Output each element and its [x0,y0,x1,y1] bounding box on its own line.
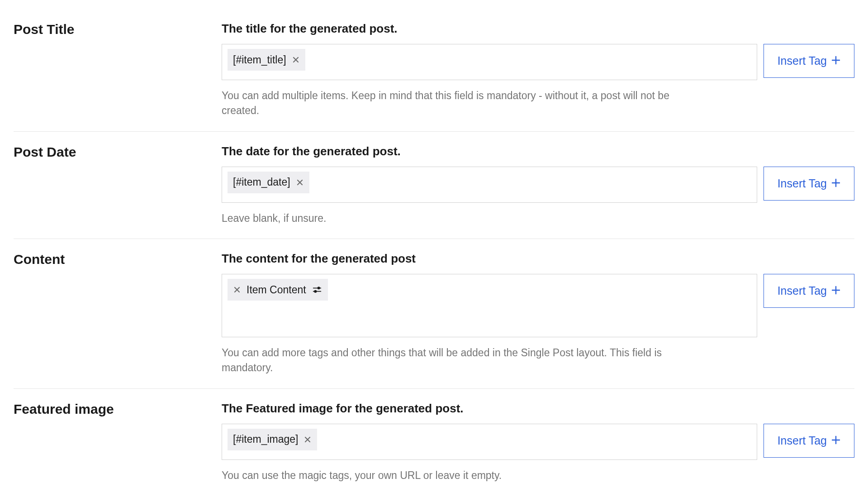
tag-chip-item-date[interactable]: [#item_date] [228,172,309,193]
insert-tag-label: Insert Tag [778,284,827,297]
form-container: Post Title The title for the generated p… [14,9,854,488]
insert-tag-label: Insert Tag [778,177,827,190]
help-text: You can use the magic tags, your own URL… [222,468,683,483]
tag-input-post-title[interactable]: [#item_title] [222,44,757,80]
insert-tag-label: Insert Tag [778,434,827,447]
row-label: Featured image [14,402,222,417]
insert-tag-button[interactable]: Insert Tag [764,274,854,308]
close-icon[interactable] [292,56,300,64]
form-row-featured-image: Featured image The Featured image for th… [14,389,854,488]
tag-input-post-date[interactable]: [#item_date] [222,167,757,203]
row-label: Post Date [14,144,222,160]
row-label-col: Post Title [14,22,222,119]
form-row-content: Content The content for the generated po… [14,239,854,389]
row-label-col: Featured image [14,402,222,483]
field-and-button: [#item_title] Insert Tag [222,44,854,80]
plus-icon [831,54,840,67]
row-label-col: Post Date [14,144,222,226]
row-label: Content [14,252,222,267]
chip-text: [#item_title] [233,54,286,66]
insert-tag-button[interactable]: Insert Tag [764,44,854,78]
row-label: Post Title [14,22,222,37]
plus-icon [831,434,840,447]
field-heading: The content for the generated post [222,252,854,266]
chip-text: [#item_image] [233,433,298,445]
close-icon[interactable] [304,435,312,444]
field-heading: The Featured image for the generated pos… [222,402,854,416]
help-text: Leave blank, if unsure. [222,211,683,226]
tag-input-content[interactable]: Item Content [222,274,757,337]
plus-icon [831,284,840,297]
close-icon[interactable] [233,286,241,294]
insert-tag-button[interactable]: Insert Tag [764,424,854,458]
close-icon[interactable] [296,178,304,187]
svg-point-13 [314,291,316,292]
field-and-button: [#item_image] Insert Tag [222,424,854,460]
insert-tag-label: Insert Tag [778,54,827,67]
insert-tag-button[interactable]: Insert Tag [764,167,854,201]
chip-text: [#item_date] [233,176,290,188]
svg-point-11 [318,287,319,289]
row-content-col: The date for the generated post. [#item_… [222,144,854,226]
form-row-post-date: Post Date The date for the generated pos… [14,132,854,239]
field-heading: The title for the generated post. [222,22,854,36]
tag-input-featured-image[interactable]: [#item_image] [222,424,757,460]
chip-text: Item Content [247,284,306,296]
tag-chip-item-image[interactable]: [#item_image] [228,429,317,450]
help-text: You can add more tags and other things t… [222,345,683,376]
row-content-col: The content for the generated post Item … [222,252,854,376]
row-content-col: The title for the generated post. [#item… [222,22,854,119]
form-row-post-title: Post Title The title for the generated p… [14,9,854,132]
field-and-button: Item Content Insert Tag [222,274,854,337]
plus-icon [831,177,840,190]
sliders-icon[interactable] [312,284,323,295]
tag-chip-item-content[interactable]: Item Content [228,279,328,301]
help-text: You can add multiple items. Keep in mind… [222,88,683,119]
field-and-button: [#item_date] Insert Tag [222,167,854,203]
row-label-col: Content [14,252,222,376]
field-heading: The date for the generated post. [222,144,854,158]
row-content-col: The Featured image for the generated pos… [222,402,854,483]
tag-chip-item-title[interactable]: [#item_title] [228,49,305,71]
